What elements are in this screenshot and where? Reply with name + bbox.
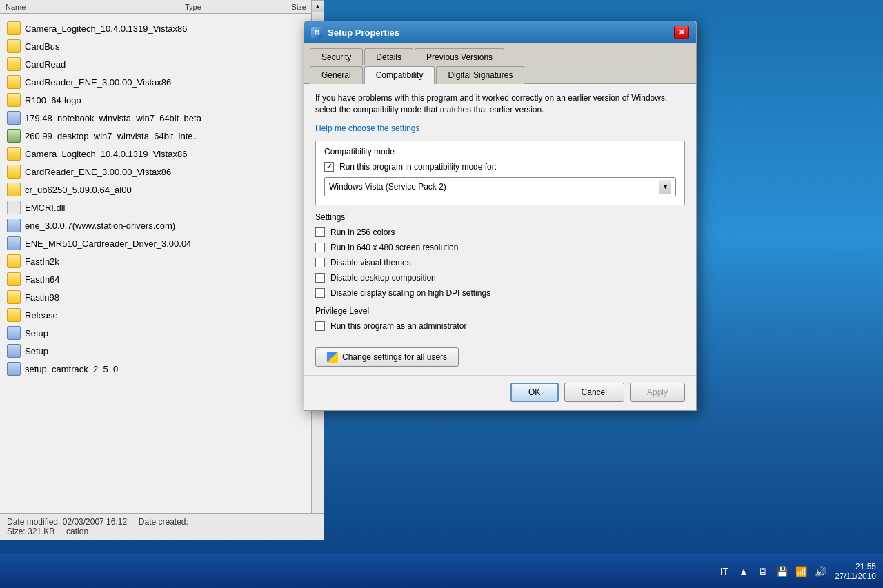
list-item[interactable]: R100_64-logo xyxy=(0,91,324,109)
folder-icon xyxy=(7,75,21,89)
tabs-row-1: Security Details Previous Versions xyxy=(304,43,696,65)
item-name: 179.48_notebook_winvista_win7_64bit_beta xyxy=(25,113,201,123)
privilege-section: Privilege Level Run this program as an a… xyxy=(315,306,685,331)
dialog-icon: ⚙ xyxy=(311,27,322,38)
setting-checkbox-2[interactable] xyxy=(315,258,325,267)
setting-checkbox-3[interactable] xyxy=(315,273,325,283)
privilege-checkbox[interactable] xyxy=(315,321,325,331)
list-item[interactable]: ene_3.0.0.7(www.station-drivers.com) xyxy=(0,216,324,234)
tab-previous-versions[interactable]: Previous Versions xyxy=(415,48,504,65)
item-name: EMCRI.dll xyxy=(25,203,66,213)
item-name: Setup xyxy=(25,328,48,338)
list-item[interactable]: EMCRI.dll xyxy=(0,199,324,216)
exe-icon xyxy=(7,362,21,376)
settings-group: Settings Run in 256 colors Run in 640 x … xyxy=(315,212,685,298)
folder-icon xyxy=(7,147,21,161)
dialog-content: If you have problems with this program a… xyxy=(304,84,696,375)
apply-button[interactable]: Apply xyxy=(630,383,685,402)
item-name: Setup xyxy=(25,346,48,356)
help-link[interactable]: Help me choose the settings xyxy=(315,123,419,133)
folder-icon xyxy=(7,254,21,268)
special-icon xyxy=(7,129,21,143)
volume-icon: 🔊 xyxy=(814,566,828,577)
exe-icon xyxy=(7,326,21,340)
scroll-up-btn[interactable]: ▲ xyxy=(312,0,324,12)
item-name: Camera_Logitech_10.4.0.1319_Vistax86 xyxy=(25,23,187,34)
setting-checkbox-4[interactable] xyxy=(315,288,325,298)
item-name: CardReader_ENE_3.00.00_Vistax86 xyxy=(25,77,171,88)
setting-row-1: Run in 640 x 480 screen resolution xyxy=(315,243,685,252)
list-item[interactable]: CardBus xyxy=(0,37,324,55)
setting-checkbox-1[interactable] xyxy=(315,243,325,252)
date-created: Date created: xyxy=(139,517,188,527)
file-explorer: Name Type Size Camera_Logitech_10.4.0.13… xyxy=(0,0,324,538)
dialog-buttons: OK Cancel Apply xyxy=(304,375,696,410)
list-item[interactable]: ENE_MR510_Cardreader_Driver_3.00.04 xyxy=(0,234,324,252)
compat-checkbox-row: Run this program in compatibility mode f… xyxy=(324,162,676,172)
dropdown-arrow-icon: ▼ xyxy=(659,180,671,194)
item-name: CardRead xyxy=(25,59,66,70)
compatibility-mode-group: Compatibility mode Run this program in c… xyxy=(315,141,685,205)
file-size: Size: 321 KB xyxy=(7,527,54,536)
folder-icon xyxy=(7,290,21,304)
dialog-title: Setup Properties xyxy=(328,28,399,38)
item-name: CardBus xyxy=(25,41,60,52)
privilege-checkbox-label: Run this program as an administrator xyxy=(330,321,466,331)
item-name: FastIn64 xyxy=(25,274,60,285)
compat-mode-dropdown[interactable]: Windows Vista (Service Pack 2) ▼ xyxy=(324,177,676,196)
item-name: R100_64-logo xyxy=(25,95,81,105)
item-name: 260.99_desktop_win7_winvista_64bit_inte.… xyxy=(25,131,200,141)
folder-icon xyxy=(7,21,21,35)
dialog-title-left: ⚙ Setup Properties xyxy=(311,27,399,38)
tab-digital-signatures[interactable]: Digital Signatures xyxy=(436,66,524,84)
folder-icon xyxy=(7,93,21,107)
setting-checkbox-0[interactable] xyxy=(315,227,325,237)
close-button[interactable]: ✕ xyxy=(674,26,689,39)
ok-button[interactable]: OK xyxy=(510,383,559,402)
tab-compatibility[interactable]: Compatibility xyxy=(364,66,435,84)
list-item[interactable]: FastIn64 xyxy=(0,270,324,288)
dialog-titlebar: ⚙ Setup Properties ✕ xyxy=(304,21,696,43)
tab-security[interactable]: Security xyxy=(310,48,363,65)
list-item[interactable]: cr_ub6250_5.89.0.64_al00 xyxy=(0,181,324,199)
list-item[interactable]: 179.48_notebook_winvista_win7_64bit_beta xyxy=(0,109,324,127)
list-item[interactable]: Fastin98 xyxy=(0,288,324,306)
setting-row-3: Disable desktop composition xyxy=(315,273,685,283)
tab-details[interactable]: Details xyxy=(364,48,413,65)
setting-row-4: Disable display scaling on high DPI sett… xyxy=(315,288,685,298)
list-item[interactable]: Camera_Logitech_10.4.0.1319_Vistax86 xyxy=(0,145,324,163)
notification-icon: ▲ xyxy=(737,566,751,577)
setup-properties-dialog: ⚙ Setup Properties ✕ Security Details Pr… xyxy=(304,21,697,411)
change-settings-button[interactable]: Change settings for all users xyxy=(315,347,459,367)
list-item[interactable]: CardReader_ENE_3.00.00_Vistax86 xyxy=(0,73,324,91)
list-item[interactable]: Setup xyxy=(0,342,324,360)
exe-icon xyxy=(7,344,21,358)
cancel-button[interactable]: Cancel xyxy=(564,383,624,402)
list-item[interactable]: setup_camtrack_2_5_0 xyxy=(0,360,324,378)
header-name: Name xyxy=(6,3,185,11)
list-item[interactable]: 260.99_desktop_win7_winvista_64bit_inte.… xyxy=(0,127,324,145)
item-name: CardReader_ENE_3.00.00_Vistax86 xyxy=(25,167,171,177)
list-item[interactable]: FastIn2k xyxy=(0,252,324,270)
tab-general[interactable]: General xyxy=(310,66,363,84)
explorer-list: Camera_Logitech_10.4.0.1319_Vistax86 Car… xyxy=(0,14,324,383)
shield-icon xyxy=(327,352,338,363)
dll-icon xyxy=(7,201,21,214)
compat-mode-label: Compatibility mode xyxy=(324,147,676,156)
list-item[interactable]: CardReader_ENE_3.00.00_Vistax86 xyxy=(0,163,324,181)
folder-icon xyxy=(7,272,21,286)
language-indicator[interactable]: IT xyxy=(717,566,731,577)
category: cation xyxy=(66,527,88,536)
list-item[interactable]: Setup xyxy=(0,324,324,342)
list-item[interactable]: Release xyxy=(0,306,324,324)
list-item[interactable]: CardRead xyxy=(0,55,324,73)
item-name: Fastin98 xyxy=(25,292,59,303)
item-name: ene_3.0.0.7(www.station-drivers.com) xyxy=(25,221,175,231)
compat-checkbox[interactable] xyxy=(324,162,334,172)
network-icon: 🖥 xyxy=(756,566,770,577)
taskbar-clock[interactable]: 21:55 27/11/2010 xyxy=(835,562,876,581)
clock-time: 21:55 xyxy=(835,562,876,571)
item-name: Release xyxy=(25,310,58,321)
list-item[interactable]: Camera_Logitech_10.4.0.1319_Vistax86 xyxy=(0,19,324,37)
setting-label-3: Disable desktop composition xyxy=(330,273,436,283)
